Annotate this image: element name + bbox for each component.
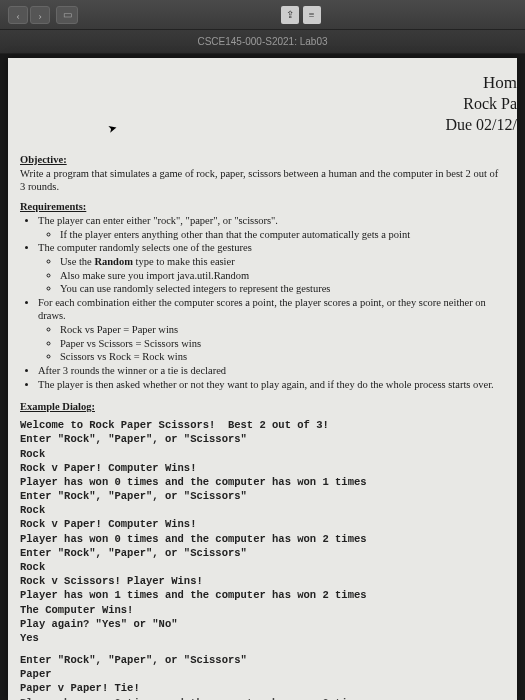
dialog-line: Player has won 1 times and the computer … [20, 589, 367, 601]
dialog-line: Rock v Scissors! Player Wins! [20, 575, 203, 587]
req-item: For each combination either the computer… [38, 296, 505, 364]
objective-text: Write a program that simulates a game of… [20, 167, 505, 193]
req-subitem: Scissors vs Rock = Rock wins [60, 350, 505, 364]
dialog-line: Enter "Rock", "Paper", or "Scissors" [20, 547, 247, 559]
dialog-line: Enter "Rock", "Paper", or "Scissors" [20, 433, 247, 445]
browser-toolbar: ‹ › ▭ ⇪ ≡ [0, 0, 525, 30]
requirements-list: The player can enter either "rock", "pap… [20, 214, 505, 391]
assignment-title: Hom [20, 72, 517, 94]
dialog-line: Rock [20, 448, 45, 460]
nav-buttons: ‹ › [8, 6, 50, 24]
back-button[interactable]: ‹ [8, 6, 28, 24]
menu-icon[interactable]: ≡ [303, 6, 321, 24]
doc-header: Hom Rock Pa Due 02/12/ [20, 72, 517, 136]
req-subitem: Also make sure you import java.util.Rand… [60, 269, 505, 283]
req-item: After 3 rounds the winner or a tie is de… [38, 364, 505, 378]
req-text: The player can enter either "rock", "pap… [38, 215, 278, 226]
req-subitem: Paper vs Scissors = Scissors wins [60, 337, 505, 351]
req-item: The player is then asked whether or not … [38, 378, 505, 392]
center-controls: ⇪ ≡ [281, 6, 321, 24]
dialog-line: Paper [20, 668, 52, 680]
sidebar-toggle-button[interactable]: ▭ [56, 6, 78, 24]
dialog-line: Play again? "Yes" or "No" [20, 618, 178, 630]
dialog-line: Paper v Paper! Tie! [20, 682, 140, 694]
document-title: CSCE145-000-S2021: Lab03 [197, 36, 327, 47]
share-icon[interactable]: ⇪ [281, 6, 299, 24]
objective-heading: Objective: [20, 154, 505, 165]
requirements-heading: Requirements: [20, 201, 505, 212]
req-subitem: Use the Random type to make this easier [60, 255, 505, 269]
req-subitem: If the player enters anything other than… [60, 228, 505, 242]
dialog-line: Welcome to Rock Paper Scissors! Best 2 o… [20, 419, 329, 431]
dialog-line: Player has won 0 times and the computer … [20, 697, 367, 700]
dialog-line: Enter "Rock", "Paper", or "Scissors" [20, 490, 247, 502]
dialog-line: Player has won 0 times and the computer … [20, 476, 367, 488]
dialog-line: The Computer Wins! [20, 604, 133, 616]
example-dialog: Welcome to Rock Paper Scissors! Best 2 o… [20, 418, 505, 700]
dialog-line: Rock [20, 504, 45, 516]
document-tab-bar: CSCE145-000-S2021: Lab03 [0, 30, 525, 54]
dialog-line: Enter "Rock", "Paper", or "Scissors" [20, 654, 247, 666]
assignment-subtitle: Rock Pa [20, 94, 517, 115]
forward-button[interactable]: › [30, 6, 50, 24]
req-subitem: You can use randomly selected integers t… [60, 282, 505, 296]
document-page: Hom Rock Pa Due 02/12/ Objective: Write … [8, 58, 517, 700]
dialog-line: Player has won 0 times and the computer … [20, 533, 367, 545]
req-text: The computer randomly selects one of the… [38, 242, 252, 253]
req-subitem: Rock vs Paper = Paper wins [60, 323, 505, 337]
req-text: For each combination either the computer… [38, 297, 486, 322]
dialog-line: Rock v Paper! Computer Wins! [20, 518, 196, 530]
dialog-line: Rock v Paper! Computer Wins! [20, 462, 196, 474]
req-item: The computer randomly selects one of the… [38, 241, 505, 296]
dialog-line: Rock [20, 561, 45, 573]
dialog-line: Yes [20, 632, 39, 644]
example-heading: Example Dialog: [20, 401, 505, 412]
req-item: The player can enter either "rock", "pap… [38, 214, 505, 241]
due-date: Due 02/12/ [20, 115, 517, 136]
